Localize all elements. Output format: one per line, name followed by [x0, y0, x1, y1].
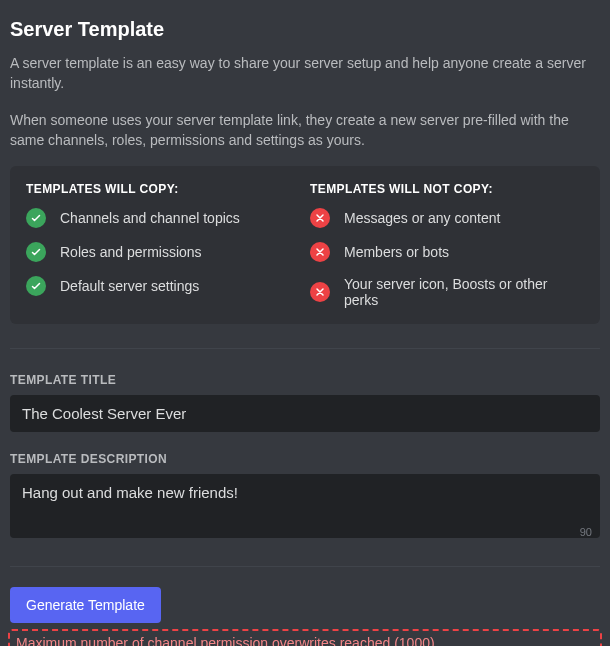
list-item-label: Members or bots — [344, 244, 449, 260]
list-item: Your server icon, Boosts or other perks — [310, 276, 584, 308]
template-description-label: Template Description — [10, 452, 600, 466]
list-item-label: Roles and permissions — [60, 244, 202, 260]
error-message: Maximum number of channel permission ove… — [8, 629, 602, 646]
x-icon — [310, 208, 330, 228]
wont-copy-column: Templates will not copy: Messages or any… — [310, 182, 584, 312]
section-divider — [10, 348, 600, 349]
list-item-label: Default server settings — [60, 278, 199, 294]
will-copy-heading: Templates will copy: — [26, 182, 300, 196]
list-item-label: Your server icon, Boosts or other perks — [344, 276, 584, 308]
list-item: Default server settings — [26, 276, 300, 296]
template-title-input[interactable] — [10, 395, 600, 432]
wont-copy-heading: Templates will not copy: — [310, 182, 584, 196]
list-item: Roles and permissions — [26, 242, 300, 262]
list-item-label: Messages or any content — [344, 210, 500, 226]
template-title-label: Template Title — [10, 373, 600, 387]
list-item-label: Channels and channel topics — [60, 210, 240, 226]
page-title: Server Template — [10, 18, 600, 41]
list-item: Channels and channel topics — [26, 208, 300, 228]
template-description-input[interactable] — [10, 474, 600, 538]
x-icon — [310, 282, 330, 302]
x-icon — [310, 242, 330, 262]
section-divider — [10, 566, 600, 567]
check-icon — [26, 208, 46, 228]
list-item: Messages or any content — [310, 208, 584, 228]
list-item: Members or bots — [310, 242, 584, 262]
generate-template-button[interactable]: Generate Template — [10, 587, 161, 623]
char-remaining: 90 — [580, 526, 592, 538]
check-icon — [26, 276, 46, 296]
will-copy-column: Templates will copy: Channels and channe… — [26, 182, 300, 312]
intro-paragraph-2: When someone uses your server template l… — [10, 110, 600, 151]
check-icon — [26, 242, 46, 262]
intro-paragraph-1: A server template is an easy way to shar… — [10, 53, 600, 94]
copy-info-card: Templates will copy: Channels and channe… — [10, 166, 600, 324]
